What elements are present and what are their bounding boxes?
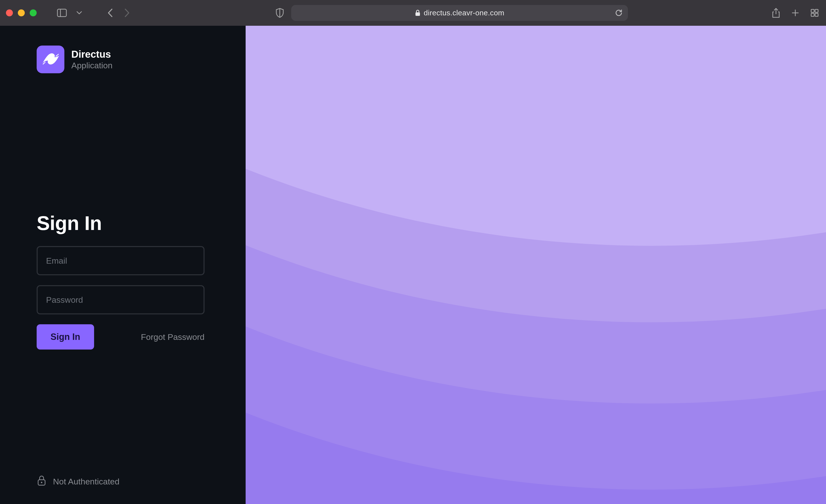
signin-heading: Sign In — [37, 212, 209, 235]
privacy-shield-icon[interactable] — [275, 8, 284, 18]
new-tab-icon[interactable] — [790, 7, 801, 18]
nav-back-button[interactable] — [105, 7, 115, 18]
email-field[interactable] — [46, 256, 195, 266]
brand-subtitle: Application — [71, 60, 112, 71]
window-zoom-button[interactable] — [30, 9, 37, 16]
svg-rect-3 — [415, 12, 420, 16]
chevron-down-icon[interactable] — [74, 7, 85, 18]
address-bar[interactable]: directus.cleavr-one.com — [291, 5, 628, 21]
brand-title: Directus — [71, 49, 112, 60]
sidebar-toggle-icon[interactable] — [56, 7, 67, 18]
password-field[interactable] — [46, 295, 195, 305]
svg-point-9 — [41, 482, 42, 483]
reload-icon[interactable] — [614, 9, 623, 17]
tab-overview-icon[interactable] — [809, 7, 820, 18]
email-field-wrapper — [37, 246, 204, 275]
svg-rect-4 — [811, 9, 814, 12]
window-controls — [6, 9, 37, 16]
lock-icon — [37, 475, 47, 488]
browser-toolbar: directus.cleavr-one.com — [0, 0, 826, 26]
forgot-password-link[interactable]: Forgot Password — [141, 332, 204, 342]
signin-button[interactable]: Sign In — [37, 324, 94, 350]
auth-status-label: Not Authenticated — [53, 477, 119, 487]
brand-logo — [37, 46, 64, 73]
svg-rect-6 — [811, 13, 814, 16]
password-field-wrapper — [37, 285, 204, 314]
svg-rect-0 — [57, 9, 66, 16]
decoration-panel — [246, 26, 826, 504]
auth-panel: Directus Application Sign In Sign In For… — [0, 26, 246, 504]
svg-rect-5 — [815, 9, 818, 12]
brand-block: Directus Application — [37, 46, 209, 73]
auth-status: Not Authenticated — [37, 475, 119, 488]
svg-rect-7 — [815, 13, 818, 16]
page-content: Directus Application Sign In Sign In For… — [0, 26, 826, 504]
lock-icon — [415, 9, 421, 16]
window-minimize-button[interactable] — [18, 9, 25, 16]
share-icon[interactable] — [771, 7, 781, 18]
window-close-button[interactable] — [6, 9, 13, 16]
nav-forward-button[interactable] — [122, 7, 133, 18]
address-bar-url: directus.cleavr-one.com — [424, 9, 504, 17]
signin-form: Sign In Sign In Forgot Password — [37, 212, 209, 350]
